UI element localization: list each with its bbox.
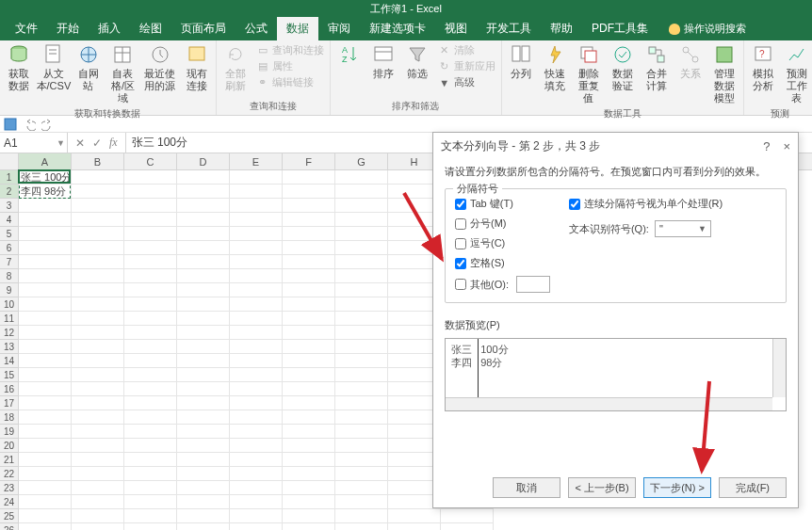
cell[interactable] bbox=[124, 495, 177, 509]
cell[interactable] bbox=[335, 354, 388, 368]
tab-file[interactable]: 文件 bbox=[6, 17, 47, 40]
cell[interactable] bbox=[283, 340, 335, 354]
btn-manage-model[interactable]: 管理数据模型 bbox=[711, 43, 738, 105]
cell[interactable] bbox=[230, 297, 283, 312]
chk-semicolon[interactable]: 分号(M) bbox=[455, 217, 550, 231]
cell[interactable] bbox=[230, 368, 283, 382]
cell[interactable] bbox=[19, 312, 72, 326]
cell[interactable] bbox=[72, 354, 124, 368]
cell[interactable] bbox=[124, 312, 177, 326]
tab-pdf[interactable]: PDF工具集 bbox=[582, 17, 658, 40]
cell[interactable] bbox=[335, 269, 388, 283]
row-header-9[interactable]: 9 bbox=[0, 283, 18, 297]
cell[interactable] bbox=[283, 227, 335, 241]
tab-formulas[interactable]: 公式 bbox=[235, 17, 277, 40]
cell[interactable] bbox=[335, 297, 388, 312]
other-delimiter-input[interactable] bbox=[516, 276, 550, 293]
btn-reapply[interactable]: ↻重新应用 bbox=[438, 59, 495, 73]
btn-from-web[interactable]: 自网站 bbox=[75, 43, 102, 92]
col-header-c[interactable]: C bbox=[124, 153, 177, 170]
cell[interactable] bbox=[124, 241, 177, 255]
cell[interactable] bbox=[283, 241, 335, 255]
btn-props[interactable]: ▤属性 bbox=[256, 59, 324, 73]
cell[interactable] bbox=[72, 410, 124, 425]
cell[interactable] bbox=[72, 297, 124, 312]
cell[interactable] bbox=[230, 340, 283, 354]
btn-text-to-columns[interactable]: 分列 bbox=[508, 43, 534, 80]
row-header-25[interactable]: 25 bbox=[0, 509, 18, 523]
cell[interactable] bbox=[19, 382, 72, 396]
cell[interactable] bbox=[335, 241, 388, 255]
btn-sort-az[interactable]: AZ bbox=[336, 43, 363, 66]
cell[interactable] bbox=[124, 283, 177, 297]
text-qualifier-select[interactable]: " ▼ bbox=[655, 220, 711, 237]
cell[interactable] bbox=[283, 354, 335, 368]
cell[interactable] bbox=[177, 467, 230, 481]
cell[interactable] bbox=[335, 495, 388, 509]
cell[interactable] bbox=[335, 326, 388, 340]
cell[interactable] bbox=[283, 439, 335, 453]
row-header-6[interactable]: 6 bbox=[0, 241, 18, 255]
btn-whatif[interactable]: ? 模拟分析 bbox=[750, 43, 776, 92]
row-header-1[interactable]: 1 bbox=[0, 170, 18, 185]
cell[interactable] bbox=[177, 312, 230, 326]
cell[interactable] bbox=[335, 312, 388, 326]
cell[interactable] bbox=[283, 453, 335, 467]
cell[interactable] bbox=[230, 354, 283, 368]
cell[interactable] bbox=[72, 255, 124, 269]
cell[interactable] bbox=[72, 199, 124, 213]
cell[interactable] bbox=[283, 255, 335, 269]
cell[interactable] bbox=[177, 326, 230, 340]
tell-me-search[interactable]: 操作说明搜索 bbox=[669, 17, 746, 40]
finish-button[interactable]: 完成(F) bbox=[719, 477, 787, 498]
cell[interactable] bbox=[335, 340, 388, 354]
row-header-8[interactable]: 8 bbox=[0, 269, 18, 283]
cell[interactable] bbox=[124, 269, 177, 283]
cell[interactable] bbox=[19, 227, 72, 241]
row-header-11[interactable]: 11 bbox=[0, 312, 18, 326]
cell[interactable] bbox=[177, 170, 230, 185]
btn-existing-conn[interactable]: 现有连接 bbox=[184, 43, 210, 92]
cell[interactable] bbox=[19, 340, 72, 354]
cell[interactable] bbox=[230, 326, 283, 340]
cell[interactable] bbox=[124, 255, 177, 269]
cell-a1[interactable]: 张三 100分 bbox=[19, 170, 72, 185]
cell[interactable] bbox=[19, 495, 72, 509]
cell[interactable] bbox=[177, 523, 230, 530]
cell[interactable] bbox=[177, 185, 230, 199]
row-header-23[interactable]: 23 bbox=[0, 481, 18, 495]
cell[interactable] bbox=[72, 283, 124, 297]
cell[interactable] bbox=[283, 410, 335, 425]
cell[interactable] bbox=[19, 439, 72, 453]
cell[interactable] bbox=[230, 170, 283, 185]
cell[interactable] bbox=[177, 425, 230, 439]
cell[interactable] bbox=[441, 523, 494, 530]
cell[interactable] bbox=[388, 509, 441, 523]
cell[interactable] bbox=[72, 185, 124, 199]
cell[interactable] bbox=[19, 523, 72, 530]
row-header-7[interactable]: 7 bbox=[0, 255, 18, 269]
cell[interactable] bbox=[19, 354, 72, 368]
tab-dev[interactable]: 开发工具 bbox=[477, 17, 541, 40]
cell[interactable] bbox=[283, 170, 335, 185]
btn-refresh-all[interactable]: 全部刷新 bbox=[222, 43, 249, 92]
cell[interactable] bbox=[72, 425, 124, 439]
cell[interactable] bbox=[72, 396, 124, 410]
cell[interactable] bbox=[230, 453, 283, 467]
cell[interactable] bbox=[230, 467, 283, 481]
col-header-e[interactable]: E bbox=[230, 153, 283, 170]
cell[interactable] bbox=[19, 269, 72, 283]
cell[interactable] bbox=[72, 467, 124, 481]
row-header-20[interactable]: 20 bbox=[0, 439, 18, 453]
row-header-21[interactable]: 21 bbox=[0, 453, 18, 467]
cell[interactable] bbox=[72, 269, 124, 283]
col-header-f[interactable]: F bbox=[283, 153, 335, 170]
cell[interactable] bbox=[19, 297, 72, 312]
btn-relations[interactable]: 关系 bbox=[677, 43, 704, 80]
row-header-5[interactable]: 5 bbox=[0, 227, 18, 241]
cell[interactable] bbox=[124, 199, 177, 213]
tab-insert[interactable]: 插入 bbox=[89, 17, 130, 40]
cell[interactable] bbox=[124, 340, 177, 354]
cell[interactable] bbox=[177, 410, 230, 425]
cell[interactable] bbox=[124, 185, 177, 199]
